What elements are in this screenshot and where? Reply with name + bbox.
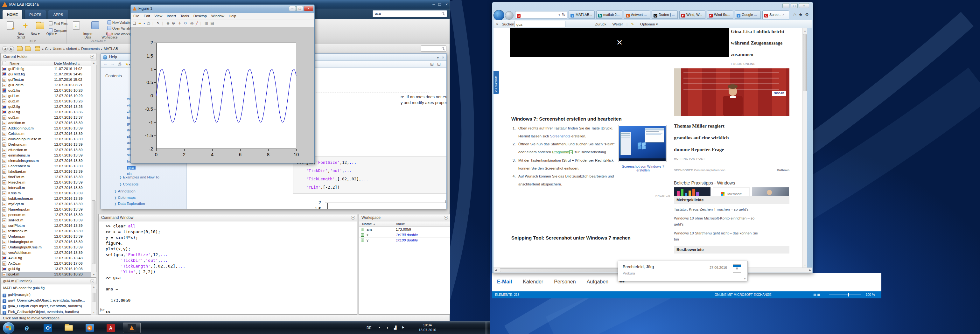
forward-icon[interactable]: ▶ <box>9 46 14 51</box>
browser-tab-wind-w-[interactable]: ◤Wind, W... <box>679 11 705 19</box>
figure-menu-insert[interactable]: Insert <box>167 14 176 18</box>
figure-menu-help[interactable]: Help <box>229 14 236 18</box>
tray-expand-icon[interactable]: ▲ <box>378 326 381 329</box>
breadcrumb-segment[interactable]: Documents <box>81 47 100 51</box>
programm-link[interactable]: Programm <box>552 150 569 154</box>
matlab-close-button[interactable]: × <box>445 0 448 9</box>
help-layout-single-icon[interactable]: ⊡ <box>437 62 441 67</box>
url-bar[interactable]: C http://praxistipps.chip.de/screenshot-… <box>515 11 567 19</box>
network-icon[interactable]: ▟ <box>394 326 396 330</box>
help-category[interactable]: ❯Data Brushing <box>114 208 141 209</box>
outlook-peek-card[interactable]: Brechtefeld, Jörg Prokura 27.06.2016 ▦ ▼ <box>618 261 748 281</box>
print-figure-icon[interactable]: ⎙ <box>147 21 150 25</box>
tab-close-icon[interactable]: × <box>783 13 784 16</box>
file-details-header[interactable]: gui4.m (Function)⌄ <box>1 278 96 285</box>
breadcrumb-segment[interactable]: MATLAB <box>104 47 118 51</box>
function-list-item[interactable]: fgui4_OpeningFcn(hObject, eventdata, han… <box>1 297 91 303</box>
pan-icon[interactable]: ✛ <box>178 21 181 25</box>
outlook-nav-email[interactable]: E-Mail <box>497 279 512 285</box>
rotate3d-icon[interactable]: ↻ <box>184 21 187 25</box>
up-folder-icon[interactable] <box>17 47 22 51</box>
browser-tab-google-[interactable]: eGoogle ... <box>735 11 761 19</box>
start-button[interactable] <box>3 322 14 334</box>
save-figure-icon[interactable]: ▪ <box>143 21 145 25</box>
clock[interactable]: 10:34 13.07.2016 <box>413 323 442 332</box>
outlook-nav-personen[interactable]: Personen <box>554 279 576 285</box>
open-button[interactable]: Open ▾ <box>33 20 48 40</box>
settings-gear-icon[interactable]: ⚙ <box>805 12 809 17</box>
brush-icon[interactable]: ╱ <box>196 21 198 25</box>
file-row[interactable]: fxCelsius.m12.07.2016 13:39 <box>1 131 91 137</box>
most-clicked-item[interactable]: Windows 10 ohne Microsoft-Konto einricht… <box>674 214 789 229</box>
find-back-button[interactable]: Zurück <box>592 22 609 26</box>
find-files-button[interactable]: Find Files <box>49 21 67 26</box>
show-desktop-button[interactable] <box>485 321 487 334</box>
file-row[interactable]: fxguiText.m11.07.2016 15:02 <box>1 77 91 83</box>
file-row[interactable]: guiText.fig11.07.2016 14:49 <box>1 72 91 77</box>
import-data-button[interactable]: ↓ Import Data <box>68 20 84 40</box>
browser-minimize-button[interactable]: ─ <box>783 3 789 8</box>
favorites-icon[interactable]: ★ <box>799 12 803 17</box>
figure-canvas[interactable]: 0246810-2-1.5-1-0.500.511.52 <box>131 27 314 163</box>
help-subcategory[interactable]: ❯Concepts <box>119 182 138 186</box>
url-dropdown-icon[interactable]: ▾ <box>558 11 560 18</box>
browser-back-button[interactable]: ← <box>493 10 504 21</box>
most-clicked-item[interactable]: Windows 10 Startmenü geht nicht – das kö… <box>674 229 789 244</box>
page-vertical-scrollbar[interactable]: ▲ ▼ <box>802 28 807 267</box>
favorites-star-icon[interactable]: ★▾ <box>125 62 130 67</box>
function-list-item[interactable]: fPick_Callback(hObject, eventdata, handl… <box>1 309 91 315</box>
home-icon[interactable]: ⌂ <box>793 12 796 17</box>
workspace-header[interactable]: Workspace▾ <box>359 215 450 221</box>
tab-home[interactable]: HOME <box>2 10 22 19</box>
screenshots-link[interactable]: Screenshots <box>550 134 571 138</box>
outlook-zoom-slider[interactable] <box>829 294 861 295</box>
breadcrumb-search-box[interactable] <box>421 46 446 51</box>
file-row[interactable]: fxgui1.m12.07.2016 10:29 <box>1 93 91 99</box>
doc-code-example[interactable]: set(gca,'FontSize',12,... 'TickDir','out… <box>293 156 446 194</box>
collapse-details-icon[interactable]: ⌄ <box>90 279 94 283</box>
file-row[interactable]: gui2.fig12.07.2016 13:26 <box>1 104 91 110</box>
save-workspace-button[interactable]: Save Workspace <box>86 20 105 40</box>
insert-legend-icon[interactable]: ▤ <box>210 21 214 25</box>
zoom-out-icon[interactable]: ⊖ <box>172 21 175 25</box>
zoom-in-icon[interactable]: ⊕ <box>166 21 170 25</box>
matlab-minimize-button[interactable]: ─ <box>433 0 435 9</box>
url-refresh-icon[interactable]: ↻ <box>562 11 565 18</box>
workspace-row[interactable]: ans173.0059 <box>359 227 450 232</box>
file-row[interactable]: fxposnum.m12.07.2016 13:39 <box>1 212 91 218</box>
outlook-zoom-level[interactable]: 100 % <box>866 291 875 298</box>
file-row[interactable]: fxtestbreak.m12.07.2016 13:39 <box>1 228 91 234</box>
file-row[interactable]: gui4.fig13.07.2016 10:03 <box>1 266 91 272</box>
file-row[interactable]: gui1.fig12.07.2016 10:26 <box>1 88 91 93</box>
scroll-left-icon[interactable]: ◀ <box>495 268 497 273</box>
file-column-headers[interactable]: Name Date Modified ▲ <box>1 60 91 66</box>
insert-colorbar-icon[interactable]: ▥ <box>205 21 208 25</box>
file-row[interactable]: fxNameInput.m12.07.2016 13:39 <box>1 207 91 212</box>
compare-button[interactable]: Compare <box>49 28 67 33</box>
file-row[interactable]: fxmySqrt.m12.07.2016 13:39 <box>1 201 91 207</box>
figure-menu-edit[interactable]: Edit <box>144 14 150 18</box>
home-flap[interactable]: Zur Startseite <box>493 71 499 94</box>
taskbar-icon-internet-explorer[interactable]: e <box>18 323 36 333</box>
file-row[interactable]: fxUmfang.m12.07.2016 13:39 <box>1 234 91 239</box>
browser-maximize-button[interactable]: ▢ <box>791 3 798 8</box>
taskbar-icon-windows-media-player[interactable]: ▶ <box>81 323 99 333</box>
open-file-icon[interactable]: ▰ <box>138 21 141 25</box>
file-row[interactable]: fxefunction.m12.07.2016 13:39 <box>1 147 91 153</box>
article-image-caption[interactable]: Screenshot von Windows 7 erstellen <box>618 164 668 172</box>
scroll-right-icon[interactable]: ▶ <box>809 268 811 273</box>
help-back-icon[interactable]: ← <box>103 62 108 67</box>
figure-titlebar[interactable]: Figure 1 ─ ▢ × <box>131 5 314 13</box>
file-row[interactable]: fxaddition.m12.07.2016 13:39 <box>1 120 91 126</box>
figure-menu-desktop[interactable]: Desktop <box>194 14 207 18</box>
fx-indicator[interactable]: fx▼ <box>100 307 105 312</box>
file-row[interactable]: fxgui3.m12.07.2016 13:37 <box>1 115 91 120</box>
find-options-button[interactable]: Optionen ▾ <box>638 22 660 26</box>
workspace-column-headers[interactable]: Name Value ▲ <box>359 221 450 227</box>
breadcrumb-segment[interactable]: C: <box>45 47 49 51</box>
print-icon[interactable]: ⎙ <box>118 62 121 67</box>
figure-menu-tools[interactable]: Tools <box>180 14 189 18</box>
file-row[interactable]: fxFlaeche.m12.07.2016 13:39 <box>1 180 91 185</box>
sidebar-article2[interactable]: Thomas Müller reagiert grandios auf eine… <box>674 120 729 155</box>
article-image[interactable] <box>618 125 667 162</box>
